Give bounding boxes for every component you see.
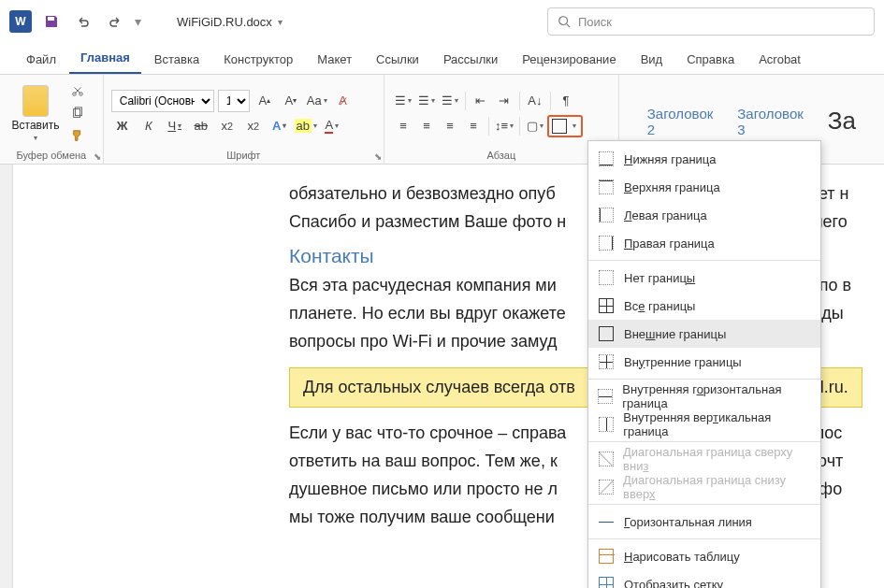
border-menu-label: Правая граница [624,237,715,251]
align-center-button[interactable]: ≡ [415,115,438,137]
border-icon-hr [598,513,615,530]
ribbon-tabs: ФайлГлавнаяВставкаКонструкторМакетСсылки… [0,43,884,75]
menu-separator [588,538,820,539]
highlight-button[interactable]: ab [295,115,317,137]
align-left-button[interactable]: ≡ [392,115,414,137]
paste-button[interactable]: Вставить ▾ [7,85,64,142]
menu-separator [588,441,820,442]
word-app-icon: W [9,10,32,33]
underline-button[interactable]: Ч [164,115,186,137]
search-input[interactable]: Поиск [547,7,875,36]
border-menu-top[interactable]: Верхняя граница [588,173,820,201]
bold-button[interactable]: Ж [111,115,134,137]
border-icon-none [598,269,615,286]
menu-separator [588,504,820,505]
redo-button[interactable] [103,9,127,34]
qat-overflow[interactable]: ▾ [135,14,141,29]
grow-font-button[interactable]: A▴ [254,90,276,112]
menu-separator [588,379,820,380]
font-name-select[interactable]: Calibri (Основной [111,90,214,112]
font-size-select[interactable]: 11 [218,90,250,112]
border-menu-draw[interactable]: Нарисовать таблицу [588,542,820,570]
strikethrough-button[interactable]: ab [190,115,212,137]
cut-button[interactable] [67,80,88,101]
tab-рецензирование[interactable]: Рецензирование [511,47,627,74]
format-painter-button[interactable] [67,125,88,146]
border-menu-bottom[interactable]: Нижняя граница [588,145,820,173]
border-icon-inner [598,353,615,370]
border-menu-label: Нарисовать таблицу [624,550,740,564]
border-menu-label: Горизонтальная линия [624,515,752,529]
border-menu-label: Внешние границы [624,327,726,341]
style-title-partial[interactable]: За [828,107,856,136]
style-heading2[interactable]: Заголовок 2 [647,106,714,137]
show-marks-button[interactable]: ¶ [555,90,577,112]
tab-вставка[interactable]: Вставка [143,47,210,74]
border-menu-label: Внутренняя горизонтальная граница [622,382,811,410]
tab-рассылки[interactable]: Рассылки [432,47,509,74]
border-menu-ih[interactable]: Внутренняя горизонтальная граница [588,382,820,410]
border-menu-label: Нижняя граница [624,152,717,166]
bullets-button[interactable]: ☰ [392,90,414,112]
border-menu-hr[interactable]: Горизонтальная линия [588,508,820,536]
copy-button[interactable] [67,103,88,123]
border-menu-right[interactable]: Правая граница [588,229,820,257]
font-group-label: Шрифт [111,148,376,164]
tab-макет[interactable]: Макет [306,47,363,74]
decrease-indent-button[interactable]: ⇤ [470,90,492,112]
border-menu-iv[interactable]: Внутренняя вертикальная граница [588,410,820,438]
clipboard-group: Вставить ▾ Буфер обмена ⬊ [0,75,104,164]
subscript-button[interactable]: x2 [216,115,239,137]
borders-button[interactable] [550,117,569,136]
border-icon-bottom [598,151,615,167]
numbering-button[interactable]: ☰ [415,90,438,112]
clipboard-launcher[interactable]: ⬊ [94,151,101,162]
italic-button[interactable]: К [138,115,160,137]
undo-button[interactable] [71,9,95,34]
border-menu-outer[interactable]: Внешние границы [588,320,820,348]
clear-formatting-button[interactable]: A̷ [332,90,355,112]
justify-button[interactable]: ≡ [462,115,485,137]
border-menu-label: Диагональная граница снизу вверх [623,473,811,501]
border-menu-inner[interactable]: Внутренние границы [588,348,820,376]
tab-acrobat[interactable]: Acrobat [747,47,812,74]
style-heading3[interactable]: Заголовок 3 [737,106,804,137]
borders-split-button[interactable]: ▾ [547,115,583,137]
border-menu-all[interactable]: Все границы [588,292,820,320]
font-color-button[interactable]: A [321,115,343,137]
borders-dropdown-button[interactable]: ▾ [569,117,580,136]
tab-ссылки[interactable]: Ссылки [365,47,430,74]
svg-point-0 [559,17,568,25]
svg-line-1 [567,24,571,28]
tab-файл[interactable]: Файл [15,47,67,74]
shrink-font-button[interactable]: A▾ [280,90,302,112]
line-spacing-button[interactable]: ↕≡ [493,115,515,137]
tab-конструктор[interactable]: Конструктор [212,47,304,74]
title-bar: W ▾ WiFiGiD.RU.docx ▾ Поиск [0,0,884,43]
font-launcher[interactable]: ⬊ [374,151,382,162]
paragraph-group-label: Абзац [392,148,611,164]
paragraph-group: ☰ ☰ ☰ ⇤ ⇥ A↓ ¶ ≡ ≡ ≡ ≡ ↕≡ [384,75,619,164]
border-menu-left[interactable]: Левая граница [588,201,820,229]
border-menu-label: Все границы [624,299,695,313]
multilevel-button[interactable]: ☰ [439,90,461,112]
border-icon-d1 [598,451,614,467]
tab-справка[interactable]: Справка [675,47,746,74]
menu-separator [588,260,820,261]
border-menu-none[interactable]: Нет границы [588,264,820,292]
align-right-button[interactable]: ≡ [439,115,461,137]
save-button[interactable] [39,9,64,34]
change-case-button[interactable]: Aa [306,90,328,112]
border-menu-grid[interactable]: Отобразить сетку [588,570,820,588]
text-effects-button[interactable]: A [268,115,291,137]
increase-indent-button[interactable]: ⇥ [493,90,515,112]
sort-button[interactable]: A↓ [524,90,546,112]
shading-button[interactable]: ▢ [524,115,546,137]
document-title[interactable]: WiFiGiD.RU.docx ▾ [177,15,283,29]
superscript-button[interactable]: x2 [242,115,265,137]
search-icon [558,15,571,28]
ruler[interactable] [0,165,13,588]
tab-главная[interactable]: Главная [69,45,141,74]
border-menu-label: Внутренняя вертикальная граница [623,410,811,438]
tab-вид[interactable]: Вид [630,47,674,74]
